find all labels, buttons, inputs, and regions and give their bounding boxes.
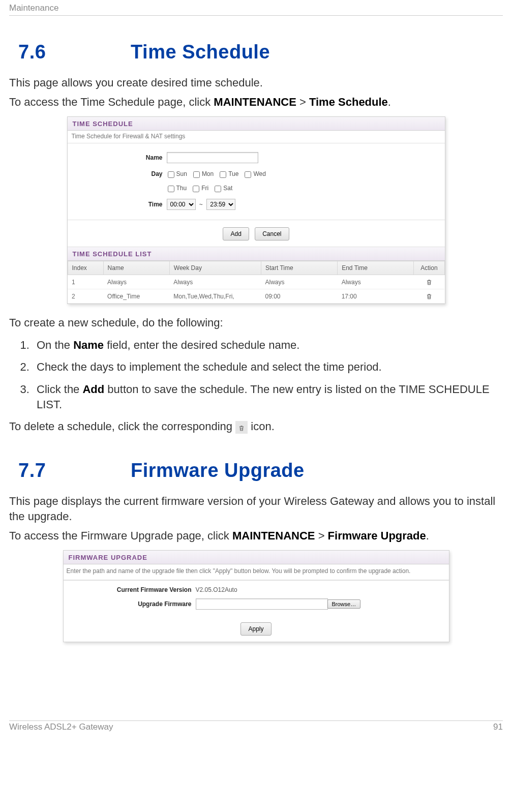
- current-version-value: V2.05.O12Auto: [196, 584, 444, 596]
- label-upgrade-firmware: Upgrade Firmware: [69, 598, 196, 610]
- steps-intro: To create a new schedule, do the followi…: [9, 315, 503, 330]
- intro-77: This page displays the current firmware …: [9, 494, 503, 524]
- trash-icon: [235, 421, 248, 434]
- section-title: Time Schedule: [131, 41, 270, 63]
- col-index: Index: [68, 261, 103, 275]
- section-number: 7.7: [18, 460, 125, 482]
- section-heading-76: 7.6 Time Schedule: [18, 41, 503, 63]
- step-1: On the Name field, enter the desired sch…: [33, 338, 503, 353]
- footer-product: Wireless ADSL2+ Gateway: [9, 722, 113, 732]
- delete-instruction: To delete a schedule, click the correspo…: [9, 419, 503, 434]
- steps-list: On the Name field, enter the desired sch…: [9, 338, 503, 412]
- upgrade-file-input[interactable]: [196, 598, 328, 610]
- label-current-version: Current Firmware Version: [69, 584, 196, 596]
- col-start: Start Time: [261, 261, 338, 275]
- delete-icon[interactable]: [426, 278, 433, 285]
- browse-button[interactable]: Browse…: [327, 599, 361, 609]
- label-time: Time: [78, 198, 167, 210]
- intro-76: This page allows you create desired time…: [9, 75, 503, 91]
- running-header: Maintenance: [9, 0, 503, 14]
- panel-description-firmware: Enter the path and name of the upgrade f…: [64, 564, 449, 580]
- checkbox-mon[interactable]: [193, 171, 200, 178]
- table-row: 2 Office_Time Mon,Tue,Wed,Thu,Fri, 09:00…: [68, 289, 444, 304]
- section-number: 7.6: [18, 41, 125, 63]
- table-row: 1 Always Always Always Always: [68, 275, 444, 289]
- label-day: Day: [78, 168, 167, 180]
- col-action: Action: [414, 261, 444, 275]
- footer-rule: [9, 720, 503, 721]
- time-schedule-panel: TIME SCHEDULE Time Schedule for Firewall…: [67, 116, 445, 304]
- time-end-select[interactable]: 23:59: [206, 199, 235, 210]
- col-end: End Time: [338, 261, 414, 275]
- panel-title-time-schedule: TIME SCHEDULE: [68, 117, 445, 131]
- col-weekday: Week Day: [169, 261, 261, 275]
- section-title: Firmware Upgrade: [131, 460, 305, 481]
- add-button[interactable]: Add: [223, 227, 249, 240]
- checkbox-tue[interactable]: [220, 171, 226, 178]
- checkbox-sat[interactable]: [215, 186, 221, 192]
- header-rule: [9, 15, 503, 16]
- footer-page-number: 91: [493, 722, 503, 732]
- checkbox-sun[interactable]: [168, 171, 174, 178]
- access-76: To access the Time Schedule page, click …: [9, 95, 503, 110]
- access-77: To access the Firmware Upgrade page, cli…: [9, 528, 503, 544]
- panel-title-firmware: FIRMWARE UPGRADE: [64, 551, 449, 564]
- step-3: Click the Add button to save the schedul…: [33, 382, 503, 412]
- cancel-button[interactable]: Cancel: [255, 227, 289, 240]
- schedule-list-table: Index Name Week Day Start Time End Time …: [68, 261, 445, 304]
- checkbox-thu[interactable]: [168, 186, 174, 192]
- time-start-select[interactable]: 00:00: [167, 199, 196, 210]
- panel-title-schedule-list: TIME SCHEDULE LIST: [68, 247, 445, 261]
- name-input[interactable]: [167, 152, 258, 163]
- checkbox-fri[interactable]: [193, 186, 199, 192]
- label-name: Name: [78, 152, 167, 164]
- col-name: Name: [103, 261, 169, 275]
- step-2: Check the days to implement the schedule…: [33, 359, 503, 375]
- apply-button[interactable]: Apply: [240, 622, 271, 636]
- section-heading-77: 7.7 Firmware Upgrade: [18, 460, 503, 482]
- delete-icon[interactable]: [426, 292, 433, 299]
- checkbox-wed[interactable]: [245, 171, 251, 178]
- panel-description: Time Schedule for Firewall & NAT setting…: [68, 131, 445, 143]
- firmware-upgrade-panel: FIRMWARE UPGRADE Enter the path and name…: [63, 550, 449, 642]
